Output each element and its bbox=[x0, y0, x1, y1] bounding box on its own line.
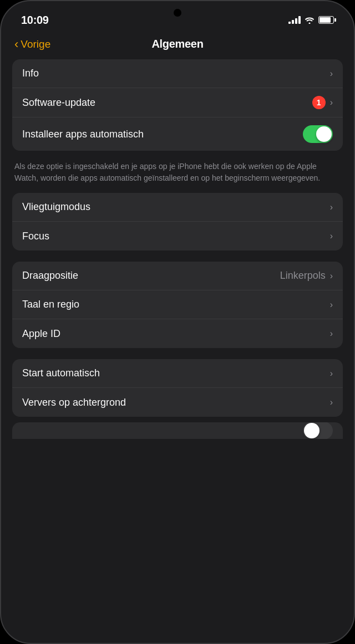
chevron-right-icon: › bbox=[330, 202, 333, 212]
status-time: 10:09 bbox=[21, 14, 49, 27]
spacer bbox=[12, 354, 343, 359]
taal-regio-label: Taal en regio bbox=[22, 299, 79, 310]
chevron-right-icon: › bbox=[330, 300, 333, 310]
chevron-right-icon: › bbox=[330, 98, 333, 108]
start-automatisch-row[interactable]: Start automatisch › bbox=[12, 359, 343, 388]
draagpositie-value: Linkerpols bbox=[280, 270, 326, 282]
taal-regio-row[interactable]: Taal en regio › bbox=[12, 290, 343, 319]
install-apps-toggle[interactable] bbox=[303, 125, 333, 143]
settings-group-3: Draagpositie Linkerpols › Taal en regio … bbox=[12, 262, 343, 348]
status-right bbox=[288, 16, 334, 24]
wifi-icon bbox=[305, 17, 315, 24]
partial-toggle[interactable] bbox=[303, 422, 333, 439]
start-automatisch-label: Start automatisch bbox=[22, 367, 100, 379]
focus-row[interactable]: Focus › bbox=[12, 222, 343, 251]
ververs-achtergrond-label: Ververs op achtergrond bbox=[22, 397, 126, 408]
draagpositie-label: Draagpositie bbox=[22, 270, 78, 282]
install-apps-label: Installeer apps automatisch bbox=[22, 129, 144, 140]
back-button[interactable]: ‹ Vorige bbox=[14, 38, 50, 50]
vliegtuigmodus-row[interactable]: Vliegtuigmodus › bbox=[12, 193, 343, 222]
focus-label: Focus bbox=[22, 231, 49, 242]
back-label: Vorige bbox=[21, 38, 50, 50]
install-apps-description: Als deze optie is ingeschakeld en je app… bbox=[12, 156, 343, 193]
update-badge: 1 bbox=[312, 96, 326, 109]
apple-id-label: Apple ID bbox=[22, 328, 60, 340]
signal-icon bbox=[288, 16, 301, 24]
chevron-right-icon: › bbox=[330, 271, 333, 281]
settings-group-4: Start automatisch › Ververs op achtergro… bbox=[12, 359, 343, 417]
chevron-left-icon: ‹ bbox=[14, 38, 18, 50]
info-label: Info bbox=[22, 68, 39, 79]
vliegtuigmodus-label: Vliegtuigmodus bbox=[22, 201, 90, 213]
page-title: Algemeen bbox=[151, 38, 203, 50]
info-row[interactable]: Info › bbox=[12, 59, 343, 88]
spacer bbox=[12, 256, 343, 262]
phone-frame: 10:09 ‹ Vorige Alge bbox=[0, 0, 355, 644]
settings-group-1: Info › Software-update 1 › Installeer ap… bbox=[12, 59, 343, 151]
battery-icon bbox=[318, 16, 334, 24]
settings-group-2: Vliegtuigmodus › Focus › bbox=[12, 193, 343, 251]
settings-content: Info › Software-update 1 › Installeer ap… bbox=[1, 59, 354, 439]
chevron-right-icon: › bbox=[330, 397, 333, 407]
camera-notch bbox=[174, 9, 181, 17]
navigation-bar: ‹ Vorige Algemeen bbox=[1, 31, 354, 59]
software-update-row[interactable]: Software-update 1 › bbox=[12, 88, 343, 117]
draagpositie-row[interactable]: Draagpositie Linkerpols › bbox=[12, 262, 343, 290]
chevron-right-icon: › bbox=[330, 329, 333, 339]
software-update-label: Software-update bbox=[22, 97, 95, 109]
chevron-right-icon: › bbox=[330, 231, 333, 241]
chevron-right-icon: › bbox=[330, 69, 333, 79]
install-apps-row[interactable]: Installeer apps automatisch bbox=[12, 117, 343, 151]
chevron-right-icon: › bbox=[330, 369, 333, 379]
ververs-achtergrond-row[interactable]: Ververs op achtergrond › bbox=[12, 388, 343, 417]
apple-id-row[interactable]: Apple ID › bbox=[12, 319, 343, 348]
